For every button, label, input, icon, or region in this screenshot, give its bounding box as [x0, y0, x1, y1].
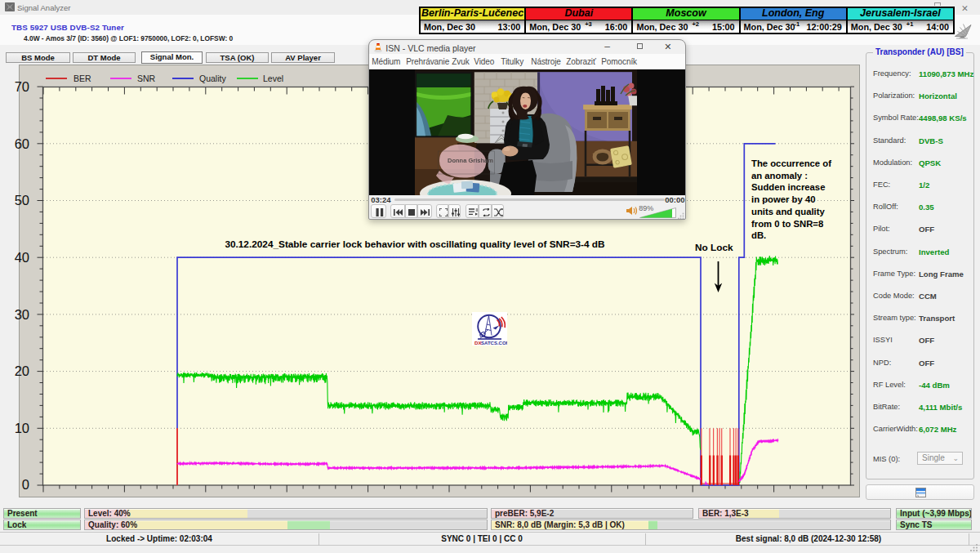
svg-text:Donna Grisham: Donna Grisham [448, 157, 493, 164]
svg-text:SATCS.COM: SATCS.COM [481, 341, 507, 346]
